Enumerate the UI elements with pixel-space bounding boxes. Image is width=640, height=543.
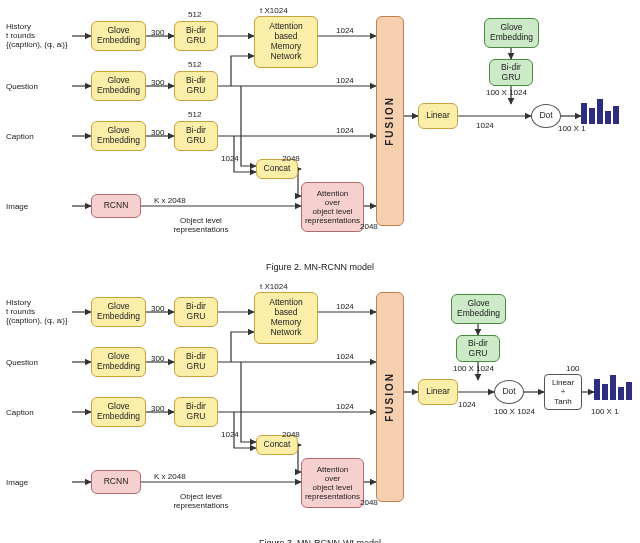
objlvl-label: Object levelrepresentations bbox=[161, 216, 241, 234]
attention-objects-block-2: Attentionoverobject levelrepresentations bbox=[301, 458, 364, 508]
dim-100x1024c: 100 X 1024 bbox=[494, 407, 535, 416]
bigru-history-2: Bi-dirGRU bbox=[174, 297, 218, 327]
dim-t1024: t X1024 bbox=[260, 6, 288, 15]
dim-100x1b: 100 X 1 bbox=[591, 407, 619, 416]
attention-objects-block: Attentionoverobject levelrepresentations bbox=[301, 182, 364, 232]
figure-2-diagram: Historyt rounds{(caption), (qᵢ, aᵢ)} Que… bbox=[6, 6, 634, 258]
dim-300-2b: 300 bbox=[151, 354, 164, 363]
dim-1024-5b: 1024 bbox=[458, 400, 476, 409]
output-bars-fig2 bbox=[581, 98, 619, 124]
dim-2048-2: 2048 bbox=[360, 222, 378, 231]
input-caption-label: Caption bbox=[6, 132, 34, 141]
dim-1024-4b: 1024 bbox=[221, 430, 239, 439]
fusion-text: FUSION bbox=[384, 96, 396, 146]
objlvl-label-b: Object levelrepresentations bbox=[161, 492, 241, 510]
dim-100x1024b: 100 X 1024 bbox=[453, 364, 494, 373]
output-bars-fig3 bbox=[594, 374, 632, 400]
figure-3-caption: Figure 3. MN-RCNN-Wt model bbox=[6, 538, 634, 543]
dim-300-1b: 300 bbox=[151, 304, 164, 313]
dim-1024-1b: 1024 bbox=[336, 302, 354, 311]
bigru-caption-2: Bi-dirGRU bbox=[174, 397, 218, 427]
bigru-question: Bi-dirGRU bbox=[174, 71, 218, 101]
figure-2-caption: Figure 2. MN-RCNN model bbox=[6, 262, 634, 272]
glove-answers-2: GloveEmbedding bbox=[451, 294, 506, 324]
glove-question: GloveEmbedding bbox=[91, 71, 146, 101]
bigru-answers-2: Bi-dirGRU bbox=[456, 335, 500, 362]
rcnn-block: RCNN bbox=[91, 194, 141, 218]
bigru-question-2: Bi-dirGRU bbox=[174, 347, 218, 377]
linear-block: Linear bbox=[418, 103, 458, 129]
dim-1024-1: 1024 bbox=[336, 26, 354, 35]
dot-block-2: Dot bbox=[494, 380, 524, 404]
glove-caption: GloveEmbedding bbox=[91, 121, 146, 151]
rcnn-block-2: RCNN bbox=[91, 470, 141, 494]
dim-512-2: 512 bbox=[188, 60, 201, 69]
input-caption-label-2: Caption bbox=[6, 408, 34, 417]
glove-history-2: GloveEmbedding bbox=[91, 297, 146, 327]
dim-2048-1b: 2048 bbox=[282, 430, 300, 439]
fusion-text-2: FUSION bbox=[384, 372, 396, 422]
bigru-caption: Bi-dirGRU bbox=[174, 121, 218, 151]
dim-t1024b: t X1024 bbox=[260, 282, 288, 291]
dim-2048-1: 2048 bbox=[282, 154, 300, 163]
dim-300-2: 300 bbox=[151, 78, 164, 87]
memnet-block-2: AttentionbasedMemoryNetwork bbox=[254, 292, 318, 344]
figure-3-diagram: Historyt rounds{(caption), (qᵢ, aᵢ)} Que… bbox=[6, 282, 634, 534]
dim-k2048b: K x 2048 bbox=[154, 472, 186, 481]
bigru-answers: Bi-dirGRU bbox=[489, 59, 533, 86]
dim-100x1: 100 X 1 bbox=[558, 124, 586, 133]
dot-block: Dot bbox=[531, 104, 561, 128]
dim-k2048: K x 2048 bbox=[154, 196, 186, 205]
dim-1024-2: 1024 bbox=[336, 76, 354, 85]
dim-2048-2b: 2048 bbox=[360, 498, 378, 507]
dim-1024-2b: 1024 bbox=[336, 352, 354, 361]
dim-512-1: 512 bbox=[188, 10, 201, 19]
fusion-block: FUSION bbox=[376, 16, 404, 226]
dim-1024-5: 1024 bbox=[476, 121, 494, 130]
dim-1024-3b: 1024 bbox=[336, 402, 354, 411]
input-history-label: Historyt rounds{(caption), (qᵢ, aᵢ)} bbox=[6, 22, 69, 49]
input-image-label: Image bbox=[6, 202, 28, 211]
dim-1024-3: 1024 bbox=[336, 126, 354, 135]
input-question-label-2: Question bbox=[6, 358, 38, 367]
bigru-history: Bi-dirGRU bbox=[174, 21, 218, 51]
input-image-label-2: Image bbox=[6, 478, 28, 487]
input-history-label-2: Historyt rounds{(caption), (qᵢ, aᵢ)} bbox=[6, 298, 69, 325]
dim-1024-4: 1024 bbox=[221, 154, 239, 163]
glove-question-2: GloveEmbedding bbox=[91, 347, 146, 377]
dim-300-3: 300 bbox=[151, 128, 164, 137]
memnet-block: AttentionbasedMemoryNetwork bbox=[254, 16, 318, 68]
linear-tanh-block: Linear+Tanh bbox=[544, 374, 582, 410]
dim-300-1: 300 bbox=[151, 28, 164, 37]
input-question-label: Question bbox=[6, 82, 38, 91]
dim-100: 100 bbox=[566, 364, 579, 373]
linear-block-2: Linear bbox=[418, 379, 458, 405]
glove-history: GloveEmbedding bbox=[91, 21, 146, 51]
dim-100x1024: 100 X 1024 bbox=[486, 88, 527, 97]
fusion-block-2: FUSION bbox=[376, 292, 404, 502]
dim-512-3: 512 bbox=[188, 110, 201, 119]
glove-answers: GloveEmbedding bbox=[484, 18, 539, 48]
glove-caption-2: GloveEmbedding bbox=[91, 397, 146, 427]
dim-300-3b: 300 bbox=[151, 404, 164, 413]
